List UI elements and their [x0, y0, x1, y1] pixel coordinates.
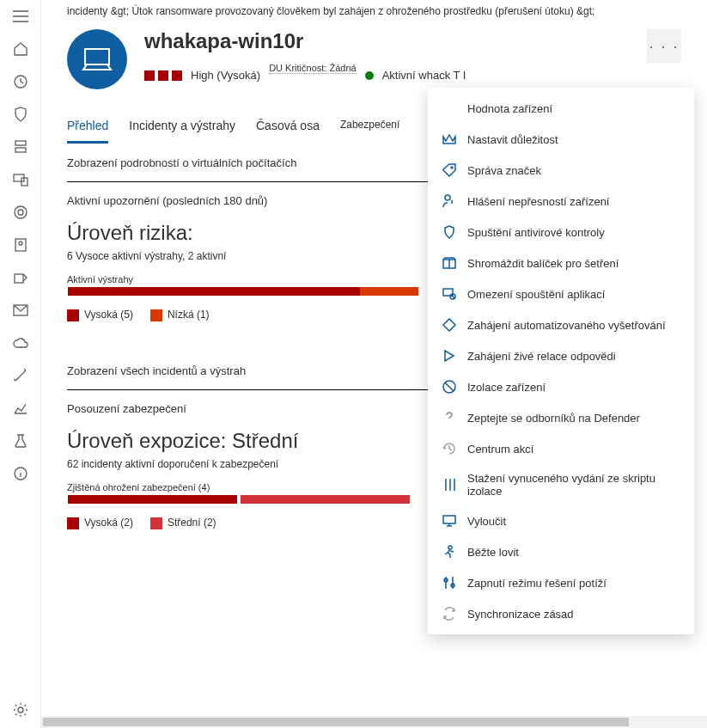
menu-restrict-apps[interactable]: Omezení spouštění aplikací [428, 278, 694, 309]
badge-icon[interactable] [7, 203, 34, 222]
svg-point-14 [451, 167, 453, 168]
menu-report-inaccuracy[interactable]: Hlášení nepřesností zařízení [428, 186, 694, 217]
tag-icon [442, 162, 457, 178]
menu-collect-package[interactable]: Shromáždit balíček pro šetření [428, 248, 694, 278]
menu-troubleshoot-mode[interactable]: Zapnutí režimu řešení potíží [428, 567, 694, 598]
beaker-icon[interactable] [7, 431, 34, 450]
menu-exclude[interactable]: Vyloučit [428, 505, 694, 536]
more-actions-button[interactable]: · · · [647, 29, 681, 64]
crown-icon [442, 132, 457, 147]
run-icon [442, 544, 457, 560]
svg-rect-13 [85, 49, 109, 64]
menu-go-hunt[interactable]: Běžte lovit [428, 536, 694, 567]
svg-rect-9 [15, 274, 23, 283]
home-icon[interactable] [7, 40, 34, 58]
hamburger-icon[interactable] [7, 7, 34, 26]
tab-security[interactable]: Zabezpečení [340, 113, 399, 144]
shield-scan-icon [442, 224, 457, 240]
tune-icon [442, 575, 457, 590]
history-icon [442, 441, 457, 456]
svg-rect-20 [443, 516, 455, 523]
wand-icon[interactable] [7, 366, 34, 385]
menu-auto-investigate[interactable]: Zahájení automatizovaného vyšetřování [428, 309, 694, 340]
status-dot [365, 71, 374, 80]
tab-incidents[interactable]: Incidenty a výstrahy [129, 113, 235, 144]
menu-action-center[interactable]: Centrum akcí [428, 433, 694, 464]
menu-live-response[interactable]: Zahájení živé relace odpovědi [428, 340, 694, 371]
chart-icon[interactable] [7, 399, 34, 418]
menu-sync-policy[interactable]: Synchronizace zásad [428, 598, 694, 629]
criticality-label: DU Kritičnost: Žádná [269, 63, 357, 74]
restrict-icon [442, 286, 457, 302]
svg-point-15 [445, 195, 450, 200]
menu-run-antivirus[interactable]: Spuštění antivirové kontroly [428, 217, 694, 248]
question-icon [442, 410, 457, 425]
device-avatar [67, 29, 127, 89]
blank-icon [442, 101, 457, 116]
clock-icon[interactable] [7, 72, 34, 91]
menu-ask-experts[interactable]: Zeptejte se odborníků na Defender [428, 402, 694, 433]
left-nav [0, 0, 41, 728]
menu-isolate[interactable]: Izolace zařízení [428, 371, 694, 402]
breadcrumb[interactable]: incidenty &gt; Útok ransomware provozova… [67, 0, 681, 29]
menu-manage-tags[interactable]: Správa značek [428, 155, 694, 186]
server-icon[interactable] [7, 138, 34, 156]
svg-rect-2 [15, 148, 26, 152]
svg-rect-1 [15, 141, 26, 145]
shield-icon[interactable] [7, 105, 34, 124]
menu-set-importance[interactable]: Nastavit důležitost [428, 124, 694, 155]
svg-point-6 [18, 210, 23, 215]
svg-point-8 [19, 242, 22, 245]
tab-overview[interactable]: Přehled [67, 113, 108, 144]
vuln-bar [67, 494, 411, 505]
risk-level-label: High (Vysoká) [191, 69, 260, 82]
mail-icon[interactable] [7, 301, 34, 320]
sliders-icon [442, 477, 457, 492]
menu-download-release[interactable]: Stažení vynuceného vydání ze skriptu izo… [428, 464, 694, 505]
block-icon [442, 379, 457, 395]
horizontal-scrollbar[interactable] [41, 716, 707, 728]
tab-timeline[interactable]: Časová osa [256, 113, 320, 144]
device-actions-menu: Hodnota zařízení Nastavit důležitost Spr… [428, 88, 694, 634]
person-report-icon [442, 193, 457, 209]
svg-point-21 [448, 546, 452, 549]
package-icon [442, 255, 457, 271]
active-alerts-bar [67, 286, 419, 297]
play-icon [442, 348, 457, 364]
devices-icon[interactable] [7, 170, 34, 189]
status-label: Aktivní whack T I [382, 69, 466, 82]
cloud-icon[interactable] [7, 333, 34, 352]
investigate-icon [442, 317, 457, 333]
menu-device-value[interactable]: Hodnota zařízení [428, 93, 694, 124]
sync-icon [442, 606, 457, 621]
monitor-icon [442, 513, 457, 529]
info-icon[interactable] [7, 464, 34, 483]
share-icon[interactable] [7, 268, 34, 287]
gear-icon[interactable] [7, 700, 34, 719]
svg-point-12 [18, 707, 23, 713]
risk-level-squares [144, 70, 182, 81]
device-title: whakapa-win10r [144, 29, 647, 53]
svg-point-5 [15, 206, 27, 218]
contact-icon[interactable] [7, 236, 34, 254]
